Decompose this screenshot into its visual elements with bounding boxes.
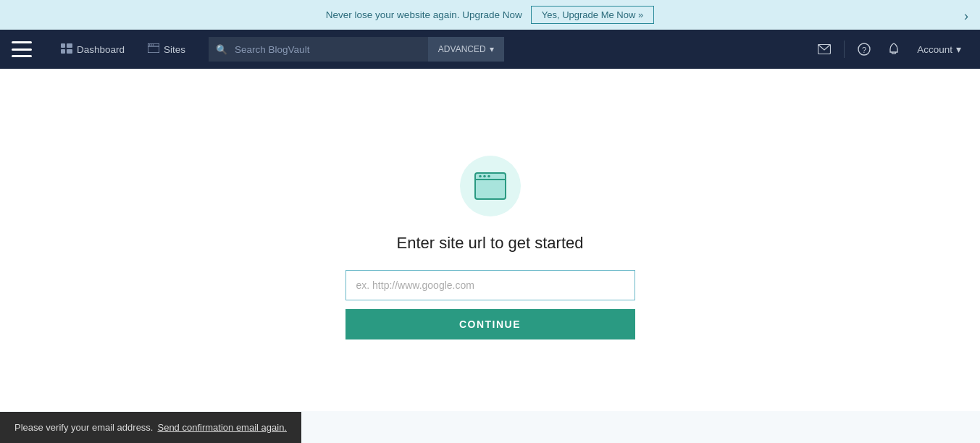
menu-icon bbox=[12, 39, 32, 59]
svg-rect-2 bbox=[67, 43, 72, 48]
banner-close-arrow[interactable]: › bbox=[964, 9, 968, 24]
top-banner: Never lose your website again. Upgrade N… bbox=[0, 0, 980, 30]
account-chevron-icon: ▾ bbox=[956, 43, 961, 55]
svg-rect-1 bbox=[61, 49, 65, 54]
upgrade-button[interactable]: Yes, Upgrade Me Now » bbox=[531, 6, 654, 24]
navbar: Dashboard Sites 🔍 ADVANCED ▾ bbox=[0, 30, 980, 69]
advanced-label: ADVANCED bbox=[438, 44, 486, 54]
banner-text: Never lose your website again. Upgrade N… bbox=[326, 9, 522, 20]
search-input-wrap: 🔍 bbox=[209, 37, 428, 62]
mail-button[interactable] bbox=[811, 30, 838, 69]
svg-point-7 bbox=[151, 44, 152, 46]
dashboard-nav-item[interactable]: Dashboard bbox=[49, 30, 136, 69]
search-input[interactable] bbox=[235, 37, 428, 62]
nav-right: ? Account ▾ bbox=[811, 30, 968, 69]
dashboard-icon bbox=[61, 43, 72, 56]
toast-text: Please verify your email address. bbox=[14, 422, 153, 433]
svg-rect-0 bbox=[61, 43, 65, 48]
site-icon-circle bbox=[460, 156, 521, 216]
search-container: 🔍 ADVANCED ▾ bbox=[209, 37, 504, 62]
svg-rect-3 bbox=[67, 49, 72, 54]
dashboard-label: Dashboard bbox=[77, 44, 125, 55]
sites-label: Sites bbox=[164, 44, 185, 55]
svg-point-8 bbox=[153, 44, 154, 46]
notification-button[interactable] bbox=[881, 30, 907, 69]
account-label: Account bbox=[917, 44, 952, 55]
browser-icon bbox=[474, 172, 506, 200]
site-url-input[interactable] bbox=[345, 270, 635, 300]
advanced-button[interactable]: ADVANCED ▾ bbox=[428, 37, 504, 62]
toast-link[interactable]: Send confirmation email again. bbox=[157, 422, 287, 433]
svg-point-17 bbox=[479, 174, 482, 177]
search-icon: 🔍 bbox=[209, 44, 235, 55]
sites-icon bbox=[148, 43, 159, 55]
svg-point-19 bbox=[487, 174, 490, 177]
main-heading: Enter site url to get started bbox=[396, 234, 583, 253]
help-button[interactable]: ? bbox=[850, 30, 878, 69]
svg-text:?: ? bbox=[862, 46, 866, 54]
svg-point-6 bbox=[149, 44, 151, 46]
continue-button[interactable]: CONTINUE bbox=[345, 309, 635, 339]
main-content: Enter site url to get started CONTINUE bbox=[0, 69, 980, 411]
svg-point-18 bbox=[483, 174, 486, 177]
sites-nav-item[interactable]: Sites bbox=[136, 30, 197, 69]
advanced-chevron-icon: ▾ bbox=[490, 44, 494, 54]
logo[interactable] bbox=[12, 39, 32, 59]
toast: Please verify your email address. Send c… bbox=[0, 412, 301, 443]
account-button[interactable]: Account ▾ bbox=[910, 30, 968, 69]
nav-divider bbox=[844, 41, 845, 58]
